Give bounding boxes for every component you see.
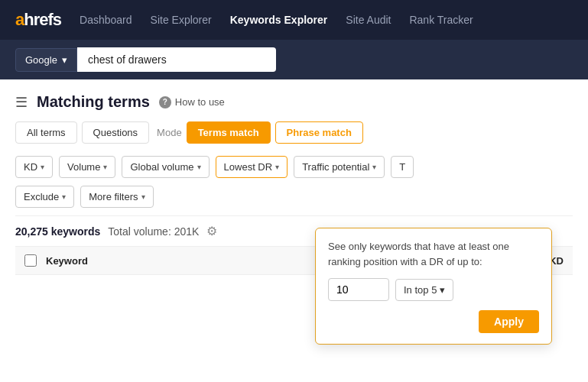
nav-link-site-audit[interactable]: Site Audit bbox=[346, 14, 391, 26]
kd-caret: ▾ bbox=[41, 163, 44, 171]
filter-volume[interactable]: Volume ▾ bbox=[59, 156, 115, 178]
filter-exclude[interactable]: Exclude ▾ bbox=[15, 186, 74, 208]
lowest-dr-caret: ▾ bbox=[275, 163, 279, 171]
tabs-row: All terms Questions Mode Terms match Phr… bbox=[15, 121, 573, 144]
logo[interactable]: ahrefs bbox=[15, 10, 61, 30]
lowest-dr-tooltip: See only keywords that have at least one… bbox=[315, 228, 552, 345]
dr-value-input[interactable] bbox=[328, 278, 389, 301]
tooltip-description: See only keywords that have at least one… bbox=[328, 239, 539, 269]
logo-a: a bbox=[15, 10, 24, 29]
nav-link-site-explorer[interactable]: Site Explorer bbox=[151, 14, 212, 26]
tab-questions[interactable]: Questions bbox=[82, 121, 150, 144]
exclude-caret: ▾ bbox=[62, 193, 66, 201]
filter-global-volume[interactable]: Global volume ▾ bbox=[122, 156, 209, 178]
tab-all-terms[interactable]: All terms bbox=[15, 121, 77, 144]
filter-traffic-potential[interactable]: Traffic potential ▾ bbox=[294, 156, 385, 178]
nav-bar: ahrefs Dashboard Site Explorer Keywords … bbox=[0, 0, 588, 40]
filter-kd[interactable]: KD ▾ bbox=[15, 156, 53, 178]
nav-link-rank-tracker[interactable]: Rank Tracker bbox=[409, 14, 473, 26]
filter-lowest-dr[interactable]: Lowest DR ▾ bbox=[216, 156, 288, 178]
nav-link-dashboard[interactable]: Dashboard bbox=[80, 14, 132, 26]
global-volume-caret: ▾ bbox=[197, 163, 201, 171]
search-engine-caret: ▾ bbox=[62, 54, 67, 66]
top-position-label: In top 5 bbox=[404, 284, 437, 296]
stats-keywords-count: 20,275 keywords bbox=[15, 225, 100, 238]
tooltip-controls: In top 5 ▾ bbox=[328, 278, 539, 301]
filter-more-filters[interactable]: More filters ▾ bbox=[80, 186, 153, 208]
traffic-potential-caret: ▾ bbox=[372, 163, 376, 171]
stats-volume-label: Total volume: 201K bbox=[108, 225, 199, 238]
tab-phrase-match[interactable]: Phrase match bbox=[275, 121, 363, 144]
how-to-use-label: How to use bbox=[175, 96, 225, 108]
filters-row-1: KD ▾ Volume ▾ Global volume ▾ Lowest DR … bbox=[15, 156, 573, 178]
nav-link-keywords-explorer[interactable]: Keywords Explorer bbox=[230, 14, 328, 26]
top-position-select[interactable]: In top 5 ▾ bbox=[395, 279, 453, 301]
page-header: ☰ Matching terms ? How to use bbox=[15, 93, 573, 111]
select-all-checkbox[interactable] bbox=[24, 254, 37, 267]
filters-row-2: Exclude ▾ More filters ▾ bbox=[15, 186, 573, 208]
filter-t[interactable]: T bbox=[391, 156, 414, 178]
search-engine-button[interactable]: Google ▾ bbox=[15, 48, 77, 72]
top-position-caret: ▾ bbox=[440, 284, 445, 296]
how-to-use-button[interactable]: ? How to use bbox=[159, 96, 225, 108]
search-input[interactable] bbox=[77, 47, 276, 72]
apply-button[interactable]: Apply bbox=[479, 310, 539, 333]
tooltip-footer: Apply bbox=[328, 310, 539, 333]
stats-volume-value: 201K bbox=[174, 225, 200, 238]
hamburger-icon[interactable]: ☰ bbox=[15, 94, 28, 111]
search-bar: Google ▾ bbox=[0, 40, 588, 79]
page-title: Matching terms bbox=[37, 93, 150, 111]
help-icon: ? bbox=[159, 96, 171, 108]
search-engine-label: Google bbox=[25, 54, 57, 66]
tab-mode-label: Mode bbox=[157, 127, 182, 138]
tab-terms-match[interactable]: Terms match bbox=[187, 121, 271, 144]
stats-settings-icon[interactable]: ⚙ bbox=[206, 224, 217, 238]
more-filters-caret: ▾ bbox=[141, 193, 145, 201]
volume-caret: ▾ bbox=[103, 163, 107, 171]
